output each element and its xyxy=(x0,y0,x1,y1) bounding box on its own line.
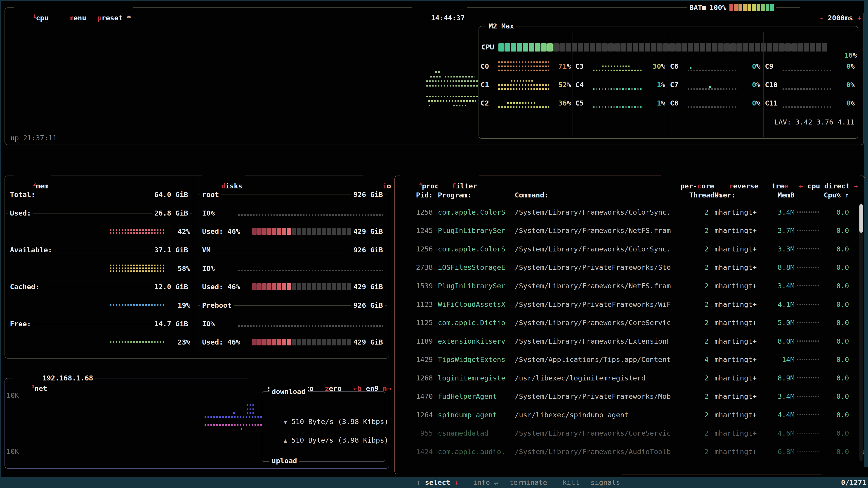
col-pid[interactable]: Pid: xyxy=(399,191,433,199)
core-graph xyxy=(593,78,643,91)
core-graph xyxy=(688,78,738,91)
process-row[interactable]: 1125com.apple.Dictio/System/Library/Fram… xyxy=(399,313,859,332)
disk-used-meter xyxy=(252,339,351,346)
mem-meter-row: 58% xyxy=(8,259,190,278)
clock: 14:44:37 xyxy=(412,2,467,13)
process-row[interactable]: 1189extensionkitserv/System/Library/Fram… xyxy=(399,332,859,350)
core-row-c11: C110% xyxy=(765,94,855,112)
mem-meter-row: 19% xyxy=(8,296,190,315)
load-average: LAV: 3.42 3.76 4.11 xyxy=(755,118,855,126)
core-column-0: C071%C152%C236% xyxy=(480,57,571,112)
disk-used-meter xyxy=(252,228,351,235)
interval-decrease-button[interactable]: - xyxy=(819,14,824,22)
upload-speed: ▲ 510 Byte/s (3.98 Kibps) xyxy=(267,428,388,452)
core-column-separator xyxy=(572,32,573,137)
core-column-3: C90%C100%C110% xyxy=(765,57,855,112)
mem-stat-row: Cached:12.0 GiB xyxy=(8,278,190,296)
upload-arrow-icon: ▲ xyxy=(284,437,287,444)
process-row[interactable]: 2738iOSFilesStorageE/System/Library/Priv… xyxy=(399,258,859,277)
process-row[interactable]: 1424com.apple.audio./System/Library/Fram… xyxy=(399,442,859,461)
mem-stat-row: Available:37.1 GiB xyxy=(8,240,190,259)
process-row[interactable]: 1256com.apple.ColorS/System/Library/Fram… xyxy=(399,240,859,258)
mem-meter-row: 42% xyxy=(8,222,190,240)
disk-io-row: IO% xyxy=(200,204,385,222)
core-row-c10: C100% xyxy=(765,75,855,94)
interval-value xyxy=(824,14,828,22)
core-row-c3: C330% xyxy=(575,57,665,75)
core-graph xyxy=(688,96,738,109)
proc-sort-selector[interactable]: ← cpu direct → xyxy=(780,170,860,181)
btop-screen: 1cpu menu preset * 14:44:37 BAT■ 100% - … xyxy=(0,0,868,488)
mem-usage-meter xyxy=(110,229,164,234)
process-row[interactable]: 1539PlugInLibrarySer/System/Library/Fram… xyxy=(399,276,859,295)
disk-io-row: IO% xyxy=(200,259,385,278)
proc-signals-button[interactable]: signals xyxy=(571,467,622,477)
proc-percore-toggle[interactable]: per-core xyxy=(661,170,716,181)
disks-io-toggle[interactable]: io xyxy=(364,170,393,181)
refresh-interval: - 2000ms + xyxy=(800,2,864,13)
core-column-separator xyxy=(668,32,668,137)
disk-name-row: VM926 GiB xyxy=(200,240,385,259)
cpu-total-meter xyxy=(498,43,827,52)
process-row[interactable]: 1264spindump_agent/usr/libexec/spindump_… xyxy=(399,405,859,424)
proc-scrollbar-thumb[interactable] xyxy=(860,204,863,233)
col-command[interactable]: Command: xyxy=(515,191,689,199)
proc-scrollbar[interactable] xyxy=(860,203,863,461)
mem-stats: Total:64.0 GiBUsed:26.8 GiB42%Available:… xyxy=(8,185,190,351)
process-row[interactable]: 1429TipsWidgetExtens/System/Applications… xyxy=(399,350,859,369)
net-interface-switcher[interactable]: ←b en9 n→ xyxy=(334,373,394,383)
core-row-c9: C90% xyxy=(765,57,855,75)
disk-used-row: Used: 46%429 GiB xyxy=(200,333,385,352)
net-scale-top: 10K xyxy=(6,391,19,399)
proc-select-control[interactable]: ↑ select ↓ xyxy=(397,467,461,477)
col-cpu[interactable]: Cpu% ↑ xyxy=(819,191,859,199)
core-graph xyxy=(688,60,738,73)
process-row[interactable]: 955csnameddatad/System/Library/Framework… xyxy=(399,424,859,443)
interval-increase-button[interactable]: + xyxy=(857,14,862,22)
core-row-c6: C60% xyxy=(670,57,761,75)
process-row[interactable]: 1123WiFiCloudAssetsX/System/Library/Priv… xyxy=(399,295,859,314)
process-row[interactable]: 1470fudHelperAgent/System/Library/Privat… xyxy=(399,387,859,405)
mem-title: 2mem xyxy=(14,170,51,181)
col-user[interactable]: User: xyxy=(715,191,763,199)
mem-stat-row: Free:14.7 GiB xyxy=(8,315,190,333)
proc-filter-button[interactable]: filter xyxy=(433,170,479,181)
disk-stats: root926 GiBIO%Used: 46%429 GiBVM926 GiBI… xyxy=(200,185,385,351)
download-arrow-icon: ▼ xyxy=(284,419,287,425)
cpu-hotkey: 1 xyxy=(33,13,36,19)
process-row[interactable]: 1245PlugInLibrarySer/System/Library/Fram… xyxy=(399,221,859,240)
core-row-c2: C236% xyxy=(480,94,571,112)
col-program[interactable]: Program: xyxy=(438,191,513,199)
download-title: download xyxy=(270,386,308,397)
core-row-c5: C51% xyxy=(575,94,665,112)
disk-name-row: Preboot926 GiB xyxy=(200,296,385,315)
net-scale-bottom: 10K xyxy=(6,447,19,455)
core-row-c1: C152% xyxy=(480,75,571,94)
mem-usage-meter xyxy=(110,304,164,306)
process-row[interactable]: 1268loginitemregiste/usr/libexec/loginit… xyxy=(399,369,859,387)
mem-stat-row: Used:26.8 GiB xyxy=(8,204,190,222)
core-row-c4: C41% xyxy=(575,75,665,94)
core-graph xyxy=(498,78,549,91)
cpu-history-graph xyxy=(426,68,477,113)
core-row-c7: C70% xyxy=(670,75,761,94)
process-list: 1258com.apple.ColorS/System/Library/Fram… xyxy=(399,203,859,461)
disk-used-meter xyxy=(252,283,351,290)
tab-cpu[interactable]: 1cpu xyxy=(14,2,51,13)
disks-title[interactable]: disks xyxy=(202,170,245,181)
mem-usage-meter xyxy=(110,341,164,343)
col-threads[interactable]: Threads: xyxy=(689,191,709,199)
preset-button[interactable]: preset * xyxy=(78,2,133,13)
core-row-c8: C80% xyxy=(670,94,761,112)
mem-meter-row: 23% xyxy=(8,333,190,352)
process-row[interactable]: 1258com.apple.ColorS/System/Library/Fram… xyxy=(399,203,859,221)
core-column-2: C60%C70%C80% xyxy=(670,57,761,112)
col-memb[interactable]: MemB xyxy=(763,191,795,199)
proc-terminate-button[interactable]: terminate xyxy=(490,467,550,477)
disk-used-row: Used: 46%429 GiB xyxy=(200,278,385,296)
upload-title: upload xyxy=(270,455,299,466)
mem-stat-row: Total:64.0 GiB xyxy=(8,185,190,204)
core-graph xyxy=(782,78,833,91)
battery-meter xyxy=(730,4,774,11)
battery-icon: ■ xyxy=(702,3,706,11)
